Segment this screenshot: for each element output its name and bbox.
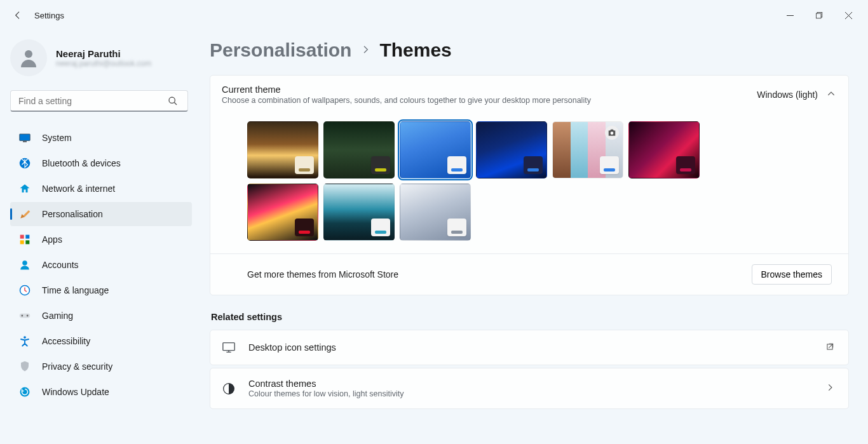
theme-tile-3[interactable]: [476, 121, 547, 178]
current-theme-title: Current theme: [222, 84, 591, 95]
system-icon: [19, 132, 31, 144]
apps-icon: [19, 234, 31, 245]
gaming-icon: [19, 310, 31, 321]
theme-grid: [210, 114, 782, 253]
window-controls: [775, 5, 863, 25]
theme-chip: [447, 219, 466, 236]
sidebar-item-accounts[interactable]: Accounts: [10, 253, 192, 277]
related-settings-title: Related settings: [211, 312, 849, 322]
back-button[interactable]: [5, 3, 31, 28]
sidebar-item-label: Bluetooth & devices: [42, 158, 121, 168]
sidebar-item-privacy[interactable]: Privacy & security: [10, 354, 192, 379]
svg-point-3: [169, 97, 175, 103]
sidebar-item-label: Apps: [42, 234, 62, 245]
svg-rect-1: [816, 13, 821, 18]
maximize-button[interactable]: [804, 5, 834, 25]
privacy-icon: [19, 361, 31, 372]
breadcrumb-current: Themes: [379, 39, 451, 61]
chevron-right-icon: [825, 383, 834, 394]
svg-rect-9: [25, 235, 29, 239]
svg-rect-10: [20, 240, 24, 244]
sidebar-item-label: Network & internet: [42, 184, 115, 194]
theme-tile-0[interactable]: [247, 121, 318, 178]
search-input[interactable]: [10, 90, 188, 112]
related-desktop-icons[interactable]: Desktop icon settings: [210, 330, 849, 365]
close-button[interactable]: [834, 5, 863, 25]
svg-point-17: [24, 336, 26, 339]
sidebar-item-label: System: [42, 133, 72, 143]
theme-chip: [371, 156, 390, 174]
sidebar-item-label: Gaming: [42, 311, 73, 321]
row-title: Contrast themes: [248, 379, 404, 389]
svg-point-12: [22, 260, 27, 266]
personalisation-icon: [19, 208, 31, 220]
browse-themes-button[interactable]: Browse themes: [752, 264, 832, 285]
theme-tile-4[interactable]: [552, 121, 623, 178]
current-theme-subtitle: Choose a combination of wallpapers, soun…: [222, 96, 591, 105]
sidebar-item-label: Accounts: [42, 260, 79, 270]
theme-chip: [371, 219, 390, 236]
sidebar-item-gaming[interactable]: Gaming: [10, 304, 192, 328]
sidebar-item-accessibility[interactable]: Accessibility: [10, 329, 192, 353]
desktop-icons-icon: [222, 340, 236, 354]
bluetooth-icon: [19, 158, 31, 169]
sidebar-item-personalisation[interactable]: Personalisation: [10, 202, 192, 226]
breadcrumb-parent[interactable]: Personalisation: [210, 39, 351, 61]
title-bar: Settings: [0, 0, 868, 30]
store-label: Get more themes from Microsoft Store: [247, 269, 398, 279]
svg-rect-6: [23, 141, 27, 142]
sidebar-item-network[interactable]: Network & internet: [10, 177, 192, 201]
theme-chip: [447, 156, 466, 174]
theme-tile-5[interactable]: [628, 121, 700, 178]
open-external-icon: [825, 342, 834, 353]
sidebar-item-label: Personalisation: [42, 209, 103, 219]
theme-tile-1[interactable]: [323, 121, 395, 178]
sidebar-item-system[interactable]: System: [10, 126, 192, 150]
svg-rect-4: [20, 134, 31, 141]
theme-chip: [524, 156, 543, 174]
theme-tile-2[interactable]: [400, 121, 471, 178]
network-icon: [19, 183, 31, 194]
svg-point-15: [21, 315, 23, 317]
accounts-icon: [19, 259, 31, 271]
current-theme-value: Windows (light): [757, 90, 818, 100]
nav: SystemBluetooth & devicesNetwork & inter…: [10, 126, 192, 405]
camera-icon: [605, 126, 619, 140]
theme-chip: [295, 156, 314, 174]
minimize-button[interactable]: [775, 5, 804, 25]
update-icon: [19, 386, 31, 398]
sidebar-item-label: Time & language: [42, 285, 109, 295]
app-title: Settings: [34, 11, 64, 20]
svg-point-2: [25, 50, 32, 58]
theme-tile-6[interactable]: [247, 184, 318, 241]
user-name: Neeraj Paruthi: [56, 48, 151, 59]
sidebar-item-label: Privacy & security: [42, 361, 112, 372]
sidebar-item-bluetooth[interactable]: Bluetooth & devices: [10, 151, 192, 175]
svg-rect-20: [223, 343, 234, 351]
search-wrap: [10, 90, 192, 112]
sidebar-item-apps[interactable]: Apps: [10, 227, 192, 252]
theme-tile-7[interactable]: [323, 184, 395, 241]
svg-point-19: [611, 131, 614, 135]
theme-tile-8[interactable]: [400, 184, 471, 241]
main-content: Personalisation Themes Current theme Cho…: [197, 30, 868, 444]
svg-point-16: [27, 315, 29, 317]
avatar: [10, 39, 47, 76]
svg-rect-14: [20, 314, 31, 318]
current-theme-header[interactable]: Current theme Choose a combination of wa…: [210, 76, 848, 114]
contrast-icon: [222, 382, 236, 396]
theme-chip: [676, 156, 695, 174]
sidebar: Neeraj Paruthi neeraj.paruthi@outlook.co…: [0, 30, 197, 444]
related-contrast[interactable]: Contrast themesColour themes for low vis…: [210, 368, 849, 409]
breadcrumb: Personalisation Themes: [210, 39, 849, 61]
user-block[interactable]: Neeraj Paruthi neeraj.paruthi@outlook.co…: [10, 39, 192, 76]
sidebar-item-time[interactable]: Time & language: [10, 278, 192, 302]
time-icon: [19, 285, 31, 296]
theme-chip: [295, 219, 314, 236]
search-icon: [168, 96, 178, 106]
theme-chip: [600, 156, 619, 174]
sidebar-item-update[interactable]: Windows Update: [10, 380, 192, 404]
sidebar-item-label: Accessibility: [42, 336, 90, 346]
svg-rect-11: [25, 240, 29, 244]
store-row: Get more themes from Microsoft Store Bro…: [210, 253, 848, 295]
